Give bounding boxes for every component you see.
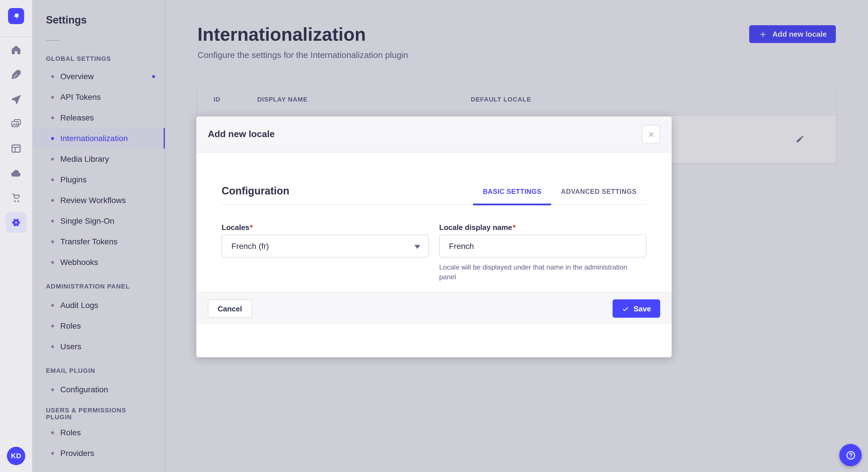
layout-icon[interactable] <box>9 141 23 155</box>
display-name-field: Locale display name* Locale will be disp… <box>439 223 646 282</box>
marketplace-cart-icon[interactable] <box>9 191 23 204</box>
cancel-button[interactable]: Cancel <box>208 299 252 318</box>
user-avatar[interactable]: KD <box>7 447 25 465</box>
locales-field: Locales* French (fr) <box>222 223 429 282</box>
display-name-helper: Locale will be displayed under that name… <box>439 263 629 282</box>
media-library-icon[interactable] <box>9 117 23 131</box>
save-button[interactable]: Save <box>612 299 660 318</box>
configuration-header: Configuration BASIC SETTINGS ADVANCED SE… <box>222 153 646 205</box>
locale-form: Locales* French (fr) Locale display name… <box>222 223 646 282</box>
home-icon[interactable] <box>9 43 23 57</box>
close-icon[interactable] <box>642 125 660 143</box>
locales-select-value: French (fr) <box>231 241 269 250</box>
rail-divider <box>0 37 32 37</box>
check-icon <box>621 305 629 312</box>
required-marker: * <box>513 223 516 232</box>
strapi-logo[interactable] <box>8 8 24 24</box>
display-name-label-text: Locale display name <box>439 223 512 232</box>
tab-basic-settings[interactable]: BASIC SETTINGS <box>473 179 551 204</box>
configuration-title: Configuration <box>222 185 289 197</box>
main-nav-rail: KD <box>0 0 32 472</box>
strapi-admin-app: KD Settings GLOBAL SETTINGS Overview API… <box>0 0 868 472</box>
locales-label-text: Locales <box>222 223 249 232</box>
modal-title: Add new locale <box>208 129 275 139</box>
release-plane-icon[interactable] <box>9 92 23 106</box>
help-button[interactable] <box>839 444 862 466</box>
strapi-logo-icon <box>11 11 21 21</box>
modal-footer: Cancel Save <box>196 292 672 325</box>
add-new-locale-modal: Add new locale Configuration BASIC SETTI… <box>196 116 672 357</box>
content-feather-icon[interactable] <box>9 67 23 81</box>
settings-tabs: BASIC SETTINGS ADVANCED SETTINGS <box>473 179 646 204</box>
locales-select[interactable]: French (fr) <box>222 235 429 258</box>
locales-label: Locales* <box>222 223 429 232</box>
tab-advanced-settings[interactable]: ADVANCED SETTINGS <box>551 179 646 204</box>
question-mark-icon <box>844 449 857 461</box>
display-name-input-wrap <box>439 235 646 258</box>
cloud-icon[interactable] <box>9 166 23 180</box>
chevron-down-icon <box>414 245 420 249</box>
modal-body: Configuration BASIC SETTINGS ADVANCED SE… <box>196 153 672 325</box>
required-marker: * <box>250 223 253 232</box>
modal-header: Add new locale <box>196 116 672 153</box>
save-label: Save <box>633 304 651 313</box>
settings-gear-icon[interactable] <box>6 212 26 233</box>
display-name-input[interactable] <box>449 241 637 250</box>
display-name-label: Locale display name* <box>439 223 646 232</box>
